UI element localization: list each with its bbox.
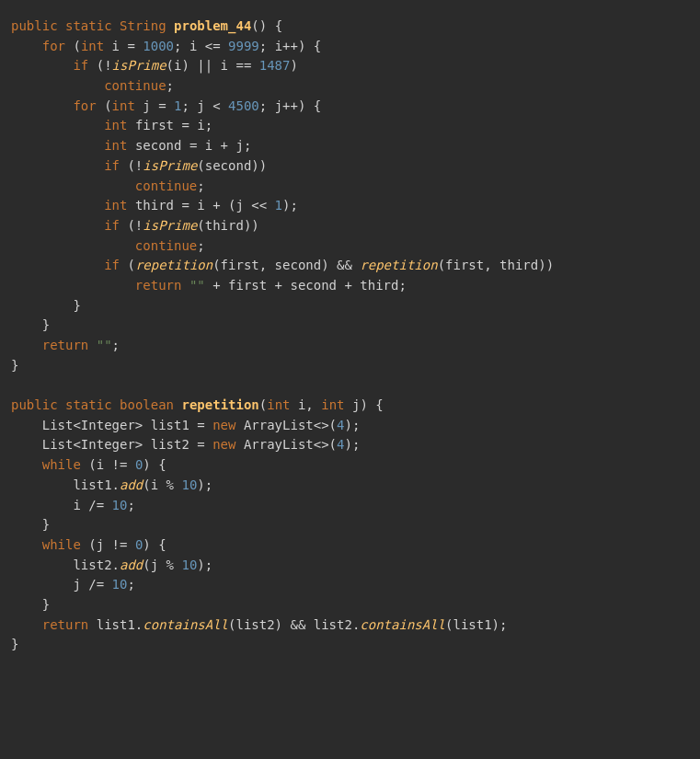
code-viewer: public static String problem_44() { for …	[0, 0, 700, 672]
code-content: public static String problem_44() { for …	[11, 7, 689, 664]
